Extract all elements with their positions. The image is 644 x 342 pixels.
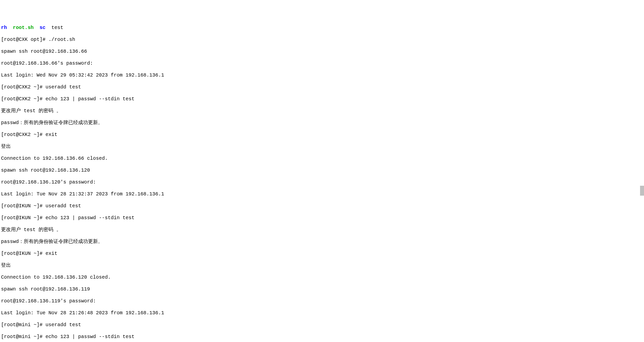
terminal-output-line: [root@IKUN ~]# useradd test xyxy=(1,203,643,209)
terminal-output-line: root@192.168.136.120's password: xyxy=(1,179,643,185)
file-root-sh: root.sh xyxy=(13,25,34,31)
terminal-output-line: [root@mini ~]# echo 123 | passwd --stdin… xyxy=(1,334,643,340)
file-rh: rh xyxy=(1,25,7,31)
terminal-output-line: [root@mini ~]# useradd test xyxy=(1,322,643,328)
terminal-output-line: Last login: Tue Nov 28 21:32:37 2023 fro… xyxy=(1,191,643,197)
terminal-output-line: [root@CXK opt]# ./root.sh xyxy=(1,37,643,43)
terminal-output-line: passwd：所有的身份验证令牌已经成功更新。 xyxy=(1,120,643,126)
terminal-output-line: spawn ssh root@192.168.136.119 xyxy=(1,286,643,292)
file-test: test xyxy=(52,25,63,31)
terminal-output-line: Connection to 192.168.136.66 closed. xyxy=(1,155,643,161)
terminal-output-line: [root@IKUN ~]# exit xyxy=(1,251,643,257)
terminal-output-line: Last login: Tue Nov 28 21:26:48 2023 fro… xyxy=(1,310,643,316)
terminal-output-line: [root@CXK2 ~]# echo 123 | passwd --stdin… xyxy=(1,96,643,102)
terminal-output-line: root@192.168.136.66's password: xyxy=(1,60,643,66)
terminal-output-line: 更改用户 test 的密码 。 xyxy=(1,108,643,114)
terminal-output-line: spawn ssh root@192.168.136.120 xyxy=(1,167,643,173)
terminal-output-line: 登出 xyxy=(1,262,643,268)
terminal-output-line: spawn ssh root@192.168.136.66 xyxy=(1,49,643,55)
terminal-output-line: root@192.168.136.119's password: xyxy=(1,298,643,304)
terminal-output-line: [root@CXK2 ~]# exit xyxy=(1,132,643,138)
file-listing-line: rh root.sh sc test xyxy=(1,25,643,31)
terminal-output-line: 登出 xyxy=(1,144,643,149)
scrollbar-thumb[interactable] xyxy=(640,186,644,196)
file-sc: sc xyxy=(40,25,46,31)
terminal-output-line: passwd：所有的身份验证令牌已经成功更新。 xyxy=(1,239,643,245)
terminal-output-line: Connection to 192.168.136.120 closed. xyxy=(1,274,643,280)
terminal-output-line: 更改用户 test 的密码 。 xyxy=(1,227,643,233)
terminal-output-line: [root@IKUN ~]# echo 123 | passwd --stdin… xyxy=(1,215,643,221)
terminal-output-line: [root@CXK2 ~]# useradd test xyxy=(1,84,643,90)
terminal-output-line: Last login: Wed Nov 29 05:32:42 2023 fro… xyxy=(1,72,643,78)
